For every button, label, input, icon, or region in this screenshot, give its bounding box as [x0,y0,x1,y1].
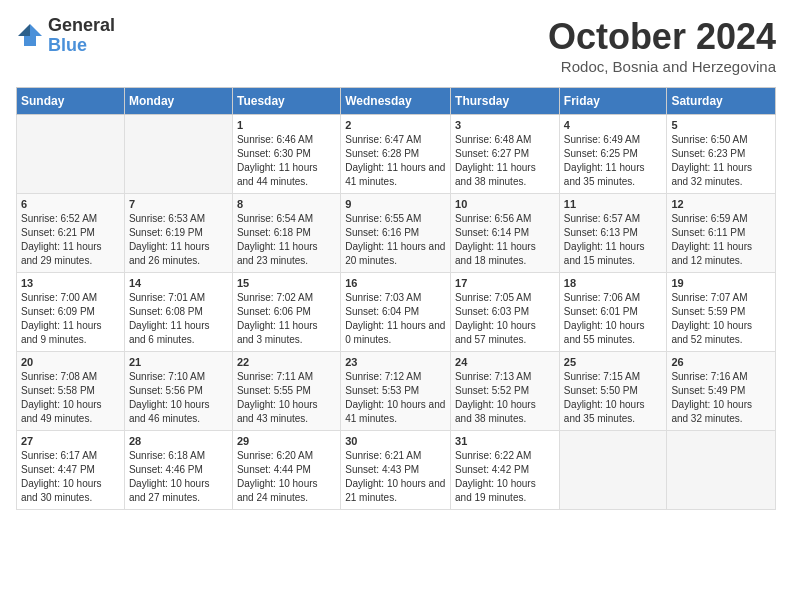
calendar-cell: 25Sunrise: 7:15 AMSunset: 5:50 PMDayligh… [559,352,667,431]
weekday-header-friday: Friday [559,88,667,115]
calendar-cell [559,431,667,510]
calendar-cell: 11Sunrise: 6:57 AMSunset: 6:13 PMDayligh… [559,194,667,273]
day-number: 28 [129,435,228,447]
day-number: 9 [345,198,446,210]
day-number: 31 [455,435,555,447]
logo-text: General Blue [48,16,115,56]
day-info: Sunrise: 7:08 AMSunset: 5:58 PMDaylight:… [21,370,120,426]
day-info: Sunrise: 7:06 AMSunset: 6:01 PMDaylight:… [564,291,663,347]
day-number: 26 [671,356,771,368]
day-info: Sunrise: 6:54 AMSunset: 6:18 PMDaylight:… [237,212,336,268]
day-info: Sunrise: 7:02 AMSunset: 6:06 PMDaylight:… [237,291,336,347]
weekday-header-row: SundayMondayTuesdayWednesdayThursdayFrid… [17,88,776,115]
calendar-cell: 10Sunrise: 6:56 AMSunset: 6:14 PMDayligh… [451,194,560,273]
calendar-cell: 24Sunrise: 7:13 AMSunset: 5:52 PMDayligh… [451,352,560,431]
day-info: Sunrise: 7:12 AMSunset: 5:53 PMDaylight:… [345,370,446,426]
calendar-cell: 6Sunrise: 6:52 AMSunset: 6:21 PMDaylight… [17,194,125,273]
day-number: 6 [21,198,120,210]
day-info: Sunrise: 6:21 AMSunset: 4:43 PMDaylight:… [345,449,446,505]
calendar-cell [667,431,776,510]
day-info: Sunrise: 6:48 AMSunset: 6:27 PMDaylight:… [455,133,555,189]
calendar-cell: 9Sunrise: 6:55 AMSunset: 6:16 PMDaylight… [341,194,451,273]
day-number: 23 [345,356,446,368]
weekday-header-tuesday: Tuesday [232,88,340,115]
day-info: Sunrise: 6:52 AMSunset: 6:21 PMDaylight:… [21,212,120,268]
calendar-cell: 27Sunrise: 6:17 AMSunset: 4:47 PMDayligh… [17,431,125,510]
day-number: 15 [237,277,336,289]
calendar-cell: 22Sunrise: 7:11 AMSunset: 5:55 PMDayligh… [232,352,340,431]
calendar-table: SundayMondayTuesdayWednesdayThursdayFrid… [16,87,776,510]
calendar-cell [124,115,232,194]
day-number: 21 [129,356,228,368]
day-info: Sunrise: 6:49 AMSunset: 6:25 PMDaylight:… [564,133,663,189]
day-info: Sunrise: 7:01 AMSunset: 6:08 PMDaylight:… [129,291,228,347]
title-section: October 2024 Rodoc, Bosnia and Herzegovi… [548,16,776,75]
calendar-cell: 16Sunrise: 7:03 AMSunset: 6:04 PMDayligh… [341,273,451,352]
day-number: 20 [21,356,120,368]
calendar-cell: 20Sunrise: 7:08 AMSunset: 5:58 PMDayligh… [17,352,125,431]
day-number: 1 [237,119,336,131]
day-number: 14 [129,277,228,289]
calendar-cell: 28Sunrise: 6:18 AMSunset: 4:46 PMDayligh… [124,431,232,510]
day-number: 2 [345,119,446,131]
day-number: 11 [564,198,663,210]
day-info: Sunrise: 7:03 AMSunset: 6:04 PMDaylight:… [345,291,446,347]
calendar-cell: 1Sunrise: 6:46 AMSunset: 6:30 PMDaylight… [232,115,340,194]
calendar-cell: 4Sunrise: 6:49 AMSunset: 6:25 PMDaylight… [559,115,667,194]
day-info: Sunrise: 7:05 AMSunset: 6:03 PMDaylight:… [455,291,555,347]
day-info: Sunrise: 6:56 AMSunset: 6:14 PMDaylight:… [455,212,555,268]
day-number: 13 [21,277,120,289]
day-info: Sunrise: 6:59 AMSunset: 6:11 PMDaylight:… [671,212,771,268]
day-number: 8 [237,198,336,210]
weekday-header-wednesday: Wednesday [341,88,451,115]
logo-blue: Blue [48,36,115,56]
calendar-cell: 14Sunrise: 7:01 AMSunset: 6:08 PMDayligh… [124,273,232,352]
week-row-4: 20Sunrise: 7:08 AMSunset: 5:58 PMDayligh… [17,352,776,431]
calendar-cell: 23Sunrise: 7:12 AMSunset: 5:53 PMDayligh… [341,352,451,431]
day-info: Sunrise: 6:50 AMSunset: 6:23 PMDaylight:… [671,133,771,189]
calendar-cell: 19Sunrise: 7:07 AMSunset: 5:59 PMDayligh… [667,273,776,352]
day-number: 18 [564,277,663,289]
calendar-cell: 18Sunrise: 7:06 AMSunset: 6:01 PMDayligh… [559,273,667,352]
calendar-cell: 26Sunrise: 7:16 AMSunset: 5:49 PMDayligh… [667,352,776,431]
day-info: Sunrise: 6:46 AMSunset: 6:30 PMDaylight:… [237,133,336,189]
day-number: 5 [671,119,771,131]
day-info: Sunrise: 7:07 AMSunset: 5:59 PMDaylight:… [671,291,771,347]
weekday-header-thursday: Thursday [451,88,560,115]
weekday-header-saturday: Saturday [667,88,776,115]
day-info: Sunrise: 6:22 AMSunset: 4:42 PMDaylight:… [455,449,555,505]
week-row-1: 1Sunrise: 6:46 AMSunset: 6:30 PMDaylight… [17,115,776,194]
page-header: General Blue October 2024 Rodoc, Bosnia … [16,16,776,75]
calendar-cell: 3Sunrise: 6:48 AMSunset: 6:27 PMDaylight… [451,115,560,194]
logo: General Blue [16,16,115,56]
day-number: 24 [455,356,555,368]
day-number: 4 [564,119,663,131]
location: Rodoc, Bosnia and Herzegovina [548,58,776,75]
svg-marker-1 [18,24,30,36]
calendar-cell: 30Sunrise: 6:21 AMSunset: 4:43 PMDayligh… [341,431,451,510]
day-number: 25 [564,356,663,368]
day-info: Sunrise: 6:47 AMSunset: 6:28 PMDaylight:… [345,133,446,189]
day-number: 3 [455,119,555,131]
day-info: Sunrise: 6:55 AMSunset: 6:16 PMDaylight:… [345,212,446,268]
day-number: 22 [237,356,336,368]
day-number: 10 [455,198,555,210]
logo-general: General [48,16,115,36]
day-info: Sunrise: 6:18 AMSunset: 4:46 PMDaylight:… [129,449,228,505]
calendar-cell: 12Sunrise: 6:59 AMSunset: 6:11 PMDayligh… [667,194,776,273]
weekday-header-sunday: Sunday [17,88,125,115]
day-info: Sunrise: 6:20 AMSunset: 4:44 PMDaylight:… [237,449,336,505]
day-number: 17 [455,277,555,289]
calendar-cell: 29Sunrise: 6:20 AMSunset: 4:44 PMDayligh… [232,431,340,510]
calendar-cell: 8Sunrise: 6:54 AMSunset: 6:18 PMDaylight… [232,194,340,273]
day-info: Sunrise: 7:15 AMSunset: 5:50 PMDaylight:… [564,370,663,426]
day-info: Sunrise: 7:16 AMSunset: 5:49 PMDaylight:… [671,370,771,426]
week-row-5: 27Sunrise: 6:17 AMSunset: 4:47 PMDayligh… [17,431,776,510]
weekday-header-monday: Monday [124,88,232,115]
calendar-cell: 31Sunrise: 6:22 AMSunset: 4:42 PMDayligh… [451,431,560,510]
calendar-cell: 17Sunrise: 7:05 AMSunset: 6:03 PMDayligh… [451,273,560,352]
svg-rect-2 [24,36,36,46]
day-number: 19 [671,277,771,289]
calendar-cell: 5Sunrise: 6:50 AMSunset: 6:23 PMDaylight… [667,115,776,194]
week-row-2: 6Sunrise: 6:52 AMSunset: 6:21 PMDaylight… [17,194,776,273]
